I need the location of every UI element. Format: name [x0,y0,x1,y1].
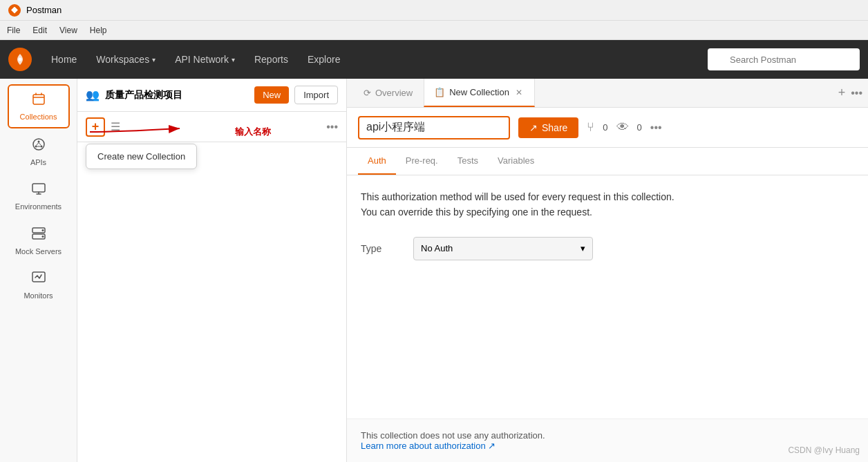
svg-point-3 [37,141,39,143]
sidebar-item-environments[interactable]: Environments [8,175,70,217]
sidebar-item-apis[interactable]: APIs [8,131,70,173]
tab-close-button[interactable]: ✕ [513,87,525,98]
svg-point-5 [40,146,42,148]
content-area: Collections APIs [0,79,868,462]
fork-count: 0 [603,122,607,133]
sub-tabs: Auth Pre-req. Tests Variables [347,148,868,175]
learn-more-link: Learn more about authorization ↗ [361,441,854,451]
team-icon: 👥 [86,88,100,102]
sub-tab-prereq[interactable]: Pre-req. [396,148,448,175]
collection-tab-icon: 📋 [434,87,445,97]
nav-items: Home Workspaces ▾ API Network ▾ Reports … [43,50,708,69]
bottom-note: This collection does not use any authori… [347,418,868,462]
nav-explore[interactable]: Explore [299,50,348,69]
learn-more-anchor[interactable]: Learn more about authorization ↗ [361,441,496,451]
tab-overview[interactable]: ⟳ Overview [352,79,424,107]
collection-name-bar: ↗ Share ⑂ 0 👁 0 ••• [347,108,868,148]
learn-more-arrow-icon: ↗ [488,441,496,451]
tab-bar: ⟳ Overview 📋 New Collection ✕ + ••• [347,79,868,108]
menu-view[interactable]: View [59,26,77,35]
sidebar-label-monitors: Monitors [23,291,53,300]
app-title: Postman [26,5,62,15]
avatar[interactable] [8,48,32,71]
sidebar-label-mock-servers: Mock Servers [15,247,62,256]
search-wrap: 🔍 [708,48,860,70]
nav-home[interactable]: Home [43,50,85,69]
environments-icon [31,181,46,200]
sub-tab-tests[interactable]: Tests [448,148,488,175]
add-collection-button[interactable]: + [86,117,105,137]
input-annotation: 输入名称 [235,126,271,138]
fork-icon[interactable]: ⑂ [587,120,594,135]
title-bar: Postman [0,0,868,21]
middle-panel-header: 👥 质量产品检测项目 New Import [77,79,346,112]
select-arrow-icon: ▾ [581,243,585,253]
sidebar-label-environments: Environments [15,202,62,211]
menu-file[interactable]: File [7,26,20,35]
auth-description: This authorization method will be used f… [361,189,854,220]
create-collection-tooltip: Create new Collection [86,144,197,169]
apis-icon [31,137,46,155]
overview-icon: ⟳ [364,88,371,98]
tab-overflow-icon[interactable]: ••• [851,87,862,99]
main-nav: Home Workspaces ▾ API Network ▾ Reports … [0,40,868,79]
svg-point-0 [19,58,22,61]
type-label: Type [361,243,402,254]
nav-workspaces[interactable]: Workspaces ▾ [88,50,164,69]
svg-rect-9 [32,184,45,192]
search-input[interactable] [708,48,860,70]
svg-point-2 [33,139,44,150]
workspace-name: 质量产品检测项目 [105,89,249,102]
middle-panel-toolbar: + Create new Collection ☰ ••• [77,112,346,142]
auth-content: This authorization method will be used f… [347,175,868,418]
api-network-arrow-icon: ▾ [232,56,235,64]
menu-bar: File Edit View Help [0,21,868,40]
share-icon: ↗ [529,122,538,133]
sidebar-item-mock-servers[interactable]: Mock Servers [8,220,70,262]
middle-panel: 👥 质量产品检测项目 New Import + Create new Colle… [77,79,347,462]
menu-edit[interactable]: Edit [32,26,47,35]
watch-count: 0 [637,122,642,133]
sidebar-item-collections[interactable]: Collections [8,84,70,128]
add-tab-icon[interactable]: + [838,86,846,100]
collection-name-input[interactable] [358,116,510,139]
monitors-icon [31,270,46,289]
svg-point-4 [35,146,37,148]
add-button-wrap: + Create new Collection [86,117,105,137]
sidebar: Collections APIs [0,79,77,462]
sidebar-label-collections: Collections [20,113,57,122]
type-select[interactable]: No Auth ▾ [413,237,593,260]
watch-icon[interactable]: 👁 [616,120,629,135]
svg-point-13 [41,235,44,238]
sidebar-label-apis: APIs [30,158,46,167]
svg-line-6 [36,143,39,146]
type-row: Type No Auth ▾ [361,237,854,260]
share-button[interactable]: ↗ Share [518,117,578,138]
nav-reports[interactable]: Reports [246,50,296,69]
svg-line-7 [39,143,41,146]
collection-more-icon[interactable]: ••• [650,122,662,134]
filter-icon[interactable]: ☰ [111,120,120,133]
right-panel: ⟳ Overview 📋 New Collection ✕ + ••• ↗ Sh… [347,79,868,462]
new-button[interactable]: New [254,86,289,104]
svg-rect-1 [33,95,44,104]
workspaces-arrow-icon: ▾ [152,56,155,64]
sub-tab-variables[interactable]: Variables [488,148,544,175]
import-button[interactable]: Import [294,86,338,104]
sub-tab-auth[interactable]: Auth [358,148,396,175]
postman-logo-icon [8,4,21,17]
collections-icon [31,91,46,110]
bottom-note-text: This collection does not use any authori… [361,430,854,441]
nav-api-network[interactable]: API Network ▾ [167,50,243,69]
sidebar-item-monitors[interactable]: Monitors [8,264,70,306]
tab-new-collection[interactable]: 📋 New Collection ✕ [424,79,535,107]
watermark: CSDN @Ivy Huang [788,445,860,455]
tab-actions: + ••• [838,86,862,100]
mock-servers-icon [31,226,46,244]
menu-help[interactable]: Help [90,26,107,35]
svg-point-12 [41,229,44,231]
more-options-icon[interactable]: ••• [326,121,338,133]
